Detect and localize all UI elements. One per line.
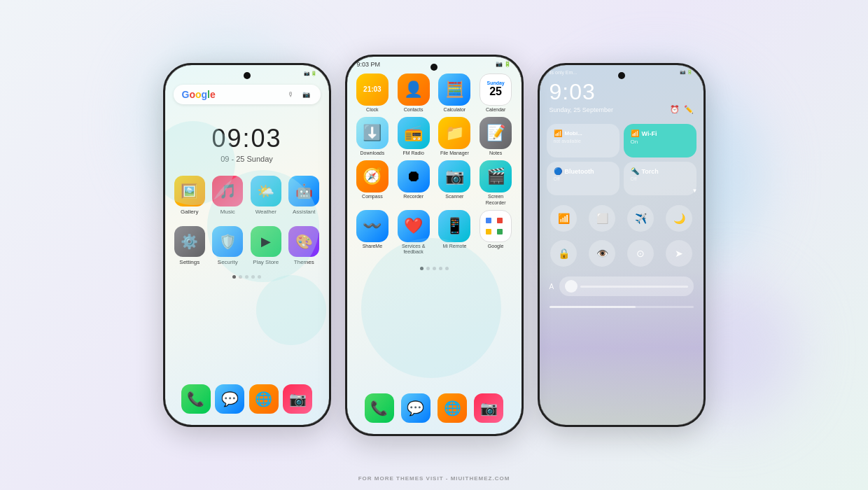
recorder-icon: ⏺ bbox=[398, 160, 430, 192]
dock-chrome[interactable]: 🌐 bbox=[249, 384, 279, 414]
dock2-chrome[interactable]: 🌐 bbox=[438, 393, 467, 423]
downloads-icon: ⬇️ bbox=[356, 117, 388, 149]
cc-bluetooth-sub: Off bbox=[554, 176, 612, 181]
recorder-label: Recorder bbox=[403, 194, 424, 200]
phone-1: 📷 🔋 Google 🎙 📷 09:03 09 - 25 Sunday bbox=[163, 63, 331, 427]
screen-blob-3 bbox=[256, 275, 326, 345]
status-bar-1: 📷 🔋 bbox=[165, 65, 329, 79]
app-calculator[interactable]: 🧮 Calculator bbox=[436, 74, 473, 113]
dock-camera[interactable]: 📷 bbox=[283, 384, 312, 414]
cc-arrow-tile[interactable]: ➤ bbox=[666, 240, 692, 267]
app-settings[interactable]: ⚙️ Settings bbox=[172, 226, 208, 265]
app-google[interactable]: Google bbox=[477, 210, 514, 255]
brightness-slider[interactable] bbox=[559, 276, 693, 296]
cc-volume-line bbox=[550, 306, 694, 308]
google-search-bar[interactable]: Google 🎙 📷 bbox=[174, 85, 321, 104]
cc-wifi-small[interactable]: 📶 bbox=[550, 205, 577, 232]
cc-wifi-tile[interactable]: 📶 Wi-Fi On ▼ bbox=[624, 124, 696, 158]
app-drawer-grid: 21:03 Clock 👤 Contacts 🧮 Calculator Sund… bbox=[347, 69, 522, 260]
app-screen-recorder[interactable]: 🎬 Screen Recorder bbox=[477, 160, 514, 206]
dock-1: 📞 💬 🌐 📷 bbox=[165, 379, 329, 419]
app-fm-radio[interactable]: 📻 FM Radio bbox=[395, 117, 432, 156]
cc-date-row: Sunday, 25 September ⏰ ✏️ bbox=[550, 105, 694, 114]
cc-date-icons: ⏰ ✏️ bbox=[670, 105, 694, 114]
cc-bluetooth-header: 🔵 Bluetooth bbox=[554, 167, 612, 175]
phone3-screen: lls only Em... 📷 🔋 9:03 Sunday, 25 Septe… bbox=[540, 65, 704, 425]
cc-torch-tile[interactable]: 🔦 Torch Off bbox=[624, 162, 696, 195]
cc-circle-tile[interactable]: ⊙ bbox=[627, 240, 654, 267]
cc-moon-tile[interactable]: 🌙 bbox=[666, 205, 692, 232]
gallery-label: Gallery bbox=[181, 209, 198, 215]
lens-icon[interactable]: 📷 bbox=[301, 89, 312, 100]
calendar-icon: Sunday25 bbox=[479, 74, 512, 106]
clock-label: Clock bbox=[366, 107, 379, 113]
contacts-label: Contacts bbox=[404, 107, 424, 113]
services-icon: ❤️ bbox=[398, 210, 430, 242]
app-scanner[interactable]: 📷 Scanner bbox=[436, 160, 473, 206]
shareme-label: ShareMe bbox=[363, 244, 382, 249]
app-notes[interactable]: 📝 Notes bbox=[477, 117, 514, 156]
dock-phone[interactable]: 📞 bbox=[181, 384, 211, 414]
app-compass[interactable]: 🧭 Compass bbox=[354, 160, 391, 206]
app-shareme[interactable]: 〰️ ShareMe bbox=[354, 210, 391, 255]
google-label: Google bbox=[488, 244, 504, 249]
phone2-blob bbox=[361, 238, 501, 378]
phone-2: 9:03 PM 📷 🔋 21:03 Clock 👤 Contacts bbox=[345, 55, 524, 436]
app-file-manager[interactable]: 📁 File Manager bbox=[436, 117, 473, 156]
cc-edit-icon[interactable]: ✏️ bbox=[684, 105, 694, 114]
fm-radio-label: FM Radio bbox=[402, 150, 424, 156]
dock2-camera[interactable]: 📷 bbox=[474, 393, 503, 423]
app-calendar[interactable]: Sunday25 Calendar bbox=[477, 74, 514, 113]
app-recorder[interactable]: ⏺ Recorder bbox=[395, 160, 432, 206]
compass-icon: 🧭 bbox=[356, 160, 388, 192]
cc-brightness-row: A bbox=[540, 272, 704, 300]
cc-bluetooth-tile[interactable]: 🔵 Bluetooth Off bbox=[547, 162, 620, 195]
phones-container: 📷 🔋 Google 🎙 📷 09:03 09 - 25 Sunday bbox=[163, 55, 706, 436]
cc-bluetooth-label: Bluetooth bbox=[565, 168, 594, 175]
scanner-label: Scanner bbox=[445, 194, 463, 200]
phone-3: lls only Em... 📷 🔋 9:03 Sunday, 25 Septe… bbox=[538, 63, 706, 427]
phone3-power-button bbox=[704, 142, 706, 170]
app-clock[interactable]: 21:03 Clock bbox=[354, 74, 391, 113]
dock-messages[interactable]: 💬 bbox=[215, 384, 244, 414]
screen-recorder-icon: 🎬 bbox=[479, 160, 512, 192]
app-contacts[interactable]: 👤 Contacts bbox=[395, 74, 432, 113]
cc-wifi-sub: On bbox=[631, 139, 690, 145]
cc-icon-row-2: 📶 ⬜ ✈️ 🌙 bbox=[540, 202, 704, 234]
phone2-volume-button bbox=[345, 127, 346, 146]
cc-torch-sub: Off bbox=[631, 176, 690, 181]
dock2-messages[interactable]: 💬 bbox=[401, 393, 430, 423]
brightness-knob[interactable] bbox=[565, 280, 578, 293]
cc-eye-tile[interactable]: 👁️ bbox=[589, 240, 615, 267]
cc-alarm-icon[interactable]: ⏰ bbox=[670, 105, 680, 114]
volume-button bbox=[163, 135, 164, 155]
cc-status-right: 📷 🔋 bbox=[680, 69, 694, 75]
status-time-2: 9:03 PM bbox=[357, 61, 381, 68]
cc-status-left: lls only Em... bbox=[550, 70, 578, 75]
dock2-phone[interactable]: 📞 bbox=[365, 393, 394, 423]
cc-screen-tile[interactable]: ⬜ bbox=[589, 205, 615, 232]
cc-mobile-tile[interactable]: 📶 Mobi... not available bbox=[547, 124, 620, 158]
dot-1 bbox=[232, 275, 236, 279]
screen-recorder-label: Screen Recorder bbox=[477, 194, 514, 206]
screen-blob-2 bbox=[207, 170, 319, 282]
cc-wifi-chevron: ▼ bbox=[692, 188, 698, 194]
notes-icon: 📝 bbox=[479, 117, 512, 149]
file-manager-label: File Manager bbox=[440, 150, 469, 156]
cc-lock-tile[interactable]: 🔒 bbox=[550, 240, 577, 267]
scanner-icon: 📷 bbox=[438, 160, 470, 192]
volume-button-2 bbox=[163, 162, 164, 181]
mi-remote-icon: 📱 bbox=[438, 210, 470, 242]
settings-icon: ⚙️ bbox=[174, 226, 205, 257]
cc-mobile-sub: not available bbox=[554, 139, 612, 144]
cc-mobile-label: Mobi... bbox=[565, 130, 582, 136]
cc-tile-grid: 📶 Mobi... not available 📶 Wi-Fi On ▼ bbox=[540, 120, 704, 200]
google-app-icon bbox=[479, 210, 512, 242]
cc-airplane-tile[interactable]: ✈️ bbox=[627, 205, 654, 232]
app-downloads[interactable]: ⬇️ Downloads bbox=[354, 117, 391, 156]
fm-radio-icon: 📻 bbox=[398, 117, 430, 149]
phone3-volume-button-2 bbox=[538, 162, 539, 181]
contacts-icon: 👤 bbox=[398, 74, 430, 106]
mic-icon[interactable]: 🎙 bbox=[286, 89, 297, 100]
cc-clock: 9:03 bbox=[550, 79, 694, 105]
